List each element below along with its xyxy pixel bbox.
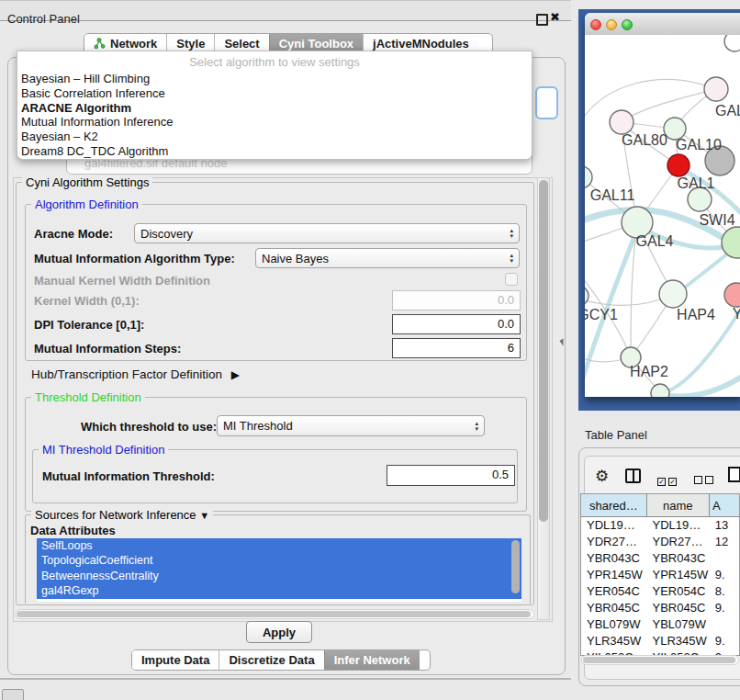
aracne-mode-combo[interactable]: Discovery ▴▾: [134, 223, 520, 243]
tab-impute-data[interactable]: Impute Data: [132, 650, 219, 670]
node[interactable]: [651, 384, 669, 397]
aracne-mode-label: Aracne Mode:: [34, 227, 113, 241]
table-row[interactable]: YER054CYER054C8.: [581, 583, 739, 600]
table-row[interactable]: YBR043CYBR043C: [581, 550, 739, 567]
mi-steps-field[interactable]: 6: [392, 338, 521, 358]
algorithm-dropdown-list: Bayesian – Hill Climbing Basic Correlati…: [21, 72, 528, 159]
screen: { "colors": { "selection_blue": "#3c74d8…: [0, 0, 740, 700]
node[interactable]: [704, 77, 728, 101]
node-label: GAL11: [590, 187, 635, 203]
node-table: shared… name A YDL19…YDL19…13 YDR27…YDR2…: [580, 493, 740, 656]
combo-arrows-icon: ▴▾: [510, 228, 513, 239]
table-row[interactable]: YPR145WYPR145W9.: [581, 567, 739, 583]
list-item[interactable]: gal4RGexp: [37, 583, 521, 598]
hub-definition-label: Hub/Transcription Factor Definition: [31, 367, 222, 381]
algorithm-definition-title: Algorithm Definition: [31, 198, 142, 211]
algorithm-option[interactable]: Mutual Information Inference: [21, 115, 528, 130]
table-row[interactable]: YLR345WYLR345W9.: [581, 633, 739, 649]
mi-algorithm-type-combo[interactable]: Naive Bayes ▴▾: [255, 248, 520, 268]
apply-button[interactable]: Apply: [246, 621, 312, 643]
table-panel-title: Table Panel: [585, 428, 647, 442]
algorithm-dropdown-placeholder: Select algorithm to view settings: [17, 55, 532, 69]
manual-kernel-width-checkbox[interactable]: [505, 273, 518, 286]
algorithm-dropdown-popup: Select algorithm to view settings Bayesi…: [17, 51, 533, 160]
node-hap4[interactable]: [659, 280, 687, 308]
hub-definition-toggle[interactable]: Hub/Transcription Factor Definition ▶: [31, 367, 240, 381]
show-columns-icon[interactable]: [625, 469, 641, 483]
table-hscrollbar-thumb[interactable]: [583, 657, 735, 663]
mi-steps-label: Mutual Information Steps:: [34, 342, 181, 356]
table-header-row: shared… name A: [581, 494, 739, 517]
close-traffic-light-icon[interactable]: [590, 19, 601, 30]
table-hscrollbar-track[interactable]: [581, 655, 739, 665]
tab-infer-network[interactable]: Infer Network: [324, 650, 420, 670]
collapsed-arrow-icon: ▶: [231, 368, 240, 381]
node[interactable]: [724, 35, 740, 51]
aracne-mode-value: Discovery: [140, 227, 193, 241]
algorithm-option[interactable]: Bayesian – Hill Climbing: [21, 72, 528, 86]
control-panel-titlebar: [0, 0, 571, 21]
mi-threshold-field[interactable]: 0.5: [387, 465, 515, 486]
algorithm-option[interactable]: Dream8 DC_TDC Algorithm: [21, 144, 528, 159]
zoom-traffic-light-icon[interactable]: [622, 19, 633, 30]
node-gal1[interactable]: [667, 154, 690, 176]
bottom-tabstrip: Impute Data Discretize Data Infer Networ…: [131, 649, 431, 671]
network-canvas[interactable]: GAL GAL80 GAL10 GAL1 GAL11 SWI4 GAL4 GCY…: [585, 35, 740, 397]
table-row[interactable]: YBL079WYBL079W: [581, 616, 739, 633]
minimize-traffic-light-icon[interactable]: [606, 19, 617, 30]
algorithm-option[interactable]: Basic Correlation Inference: [21, 86, 528, 101]
mi-algorithm-type-label: Mutual Information Algorithm Type:: [34, 252, 235, 265]
node-label: GCY1: [585, 307, 618, 322]
close-icon[interactable]: ✖: [550, 10, 560, 24]
cyni-algorithm-settings-title: Cyni Algorithm Settings: [22, 175, 152, 189]
settings-hscrollbar-thumb[interactable]: [17, 611, 531, 617]
kernel-width-field[interactable]: 0.0: [392, 290, 521, 310]
unselect-all-columns-icon[interactable]: [694, 471, 713, 488]
list-item[interactable]: BetweennessCentrality: [37, 569, 521, 583]
list-scrollbar-thumb[interactable]: [511, 540, 520, 593]
expanded-arrow-icon: ▼: [199, 510, 209, 521]
node-label: GAL10: [676, 137, 722, 152]
inference-algorithm-combo-fragment[interactable]: [535, 86, 558, 119]
node-label: GAL4: [636, 233, 674, 249]
node-gcy1[interactable]: [585, 286, 589, 306]
column-header-partial[interactable]: A: [710, 494, 739, 516]
column-header-shared-name[interactable]: shared…: [581, 494, 647, 516]
node-label: HAP4: [677, 307, 715, 322]
mi-threshold-label: Mutual Information Threshold:: [42, 469, 215, 483]
dpi-tolerance-field[interactable]: 0.0: [392, 314, 521, 334]
data-attributes-label: Data Attributes: [30, 524, 116, 537]
node[interactable]: [724, 283, 740, 307]
float-window-icon[interactable]: [536, 14, 548, 26]
tab-discretize-data[interactable]: Discretize Data: [219, 650, 323, 670]
which-threshold-combo[interactable]: MI Threshold ▴▾: [217, 415, 485, 436]
settings-vscrollbar-thumb[interactable]: [539, 180, 548, 522]
dock-button[interactable]: [2, 689, 24, 700]
node[interactable]: [722, 227, 740, 258]
threshold-definition-title: Threshold Definition: [31, 390, 145, 404]
network-view-window[interactable]: GAL GAL80 GAL10 GAL1 GAL11 SWI4 GAL4 GCY…: [585, 13, 740, 397]
new-table-icon[interactable]: [728, 467, 740, 482]
list-item[interactable]: SelfLoops: [37, 538, 521, 553]
kernel-width-label: Kernel Width (0,1):: [34, 294, 140, 308]
table-row[interactable]: YBR045CYBR045C9.: [581, 600, 739, 616]
mi-threshold-group-title: MI Threshold Definition: [39, 443, 168, 457]
table-row[interactable]: YDR27…YDR27…12: [581, 534, 739, 550]
network-window-titlebar[interactable]: [585, 13, 740, 36]
algorithm-option-selected[interactable]: ARACNE Algorithm: [21, 101, 528, 116]
sources-group-title: Sources for Network Inference ▼: [31, 508, 213, 522]
which-threshold-label: Which threshold to use:: [81, 420, 217, 434]
select-all-columns-icon[interactable]: ✓✓: [657, 471, 677, 488]
settings-hscrollbar-track[interactable]: [15, 609, 534, 619]
node-label: GAL1: [678, 175, 715, 191]
algorithm-option[interactable]: Bayesian – K2: [21, 130, 528, 144]
table-row[interactable]: YDL19…YDL19…13: [581, 517, 739, 534]
node-label: SWI4: [699, 212, 734, 228]
network-graph: GAL GAL80 GAL10 GAL1 GAL11 SWI4 GAL4 GCY…: [585, 35, 740, 397]
list-item[interactable]: TopologicalCoefficient: [37, 553, 521, 568]
gear-icon[interactable]: ⚙: [595, 467, 609, 486]
dpi-tolerance-label: DPI Tolerance [0,1]:: [34, 318, 144, 332]
combo-arrows-icon: ▴▾: [475, 421, 478, 432]
column-header-name[interactable]: name: [647, 494, 710, 516]
node-gal80[interactable]: [610, 110, 633, 134]
